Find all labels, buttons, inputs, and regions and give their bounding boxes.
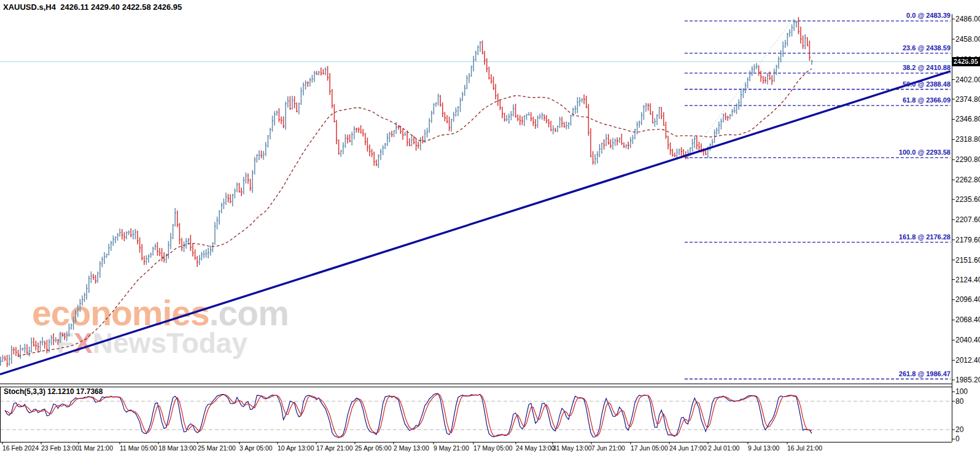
- date-axis-label[interactable]: 17 Apr 21:00: [316, 444, 353, 452]
- date-axis-label[interactable]: 24 Jun 17:00: [669, 444, 707, 452]
- bars-up: [1, 20, 813, 366]
- price-axis-label[interactable]: 2486.00: [955, 15, 980, 23]
- date-axis-label[interactable]: 25 Mar 21:00: [198, 444, 236, 452]
- date-axis-label[interactable]: 17 May 05:00: [473, 444, 513, 452]
- price-axis-label[interactable]: 2124.40: [955, 276, 980, 284]
- date-axis-label[interactable]: 1 Mar 21:00: [79, 444, 113, 452]
- price-axis-label[interactable]: 2040.40: [955, 336, 980, 344]
- fib-level-label: 23.6 @ 2438.59: [903, 44, 951, 52]
- date-axis-label[interactable]: 17 Jun 05:00: [631, 444, 668, 452]
- price-axis-label[interactable]: 1985.20: [955, 376, 980, 384]
- date-axis-label[interactable]: 2 Jul 01:00: [708, 444, 739, 452]
- price-axis-label[interactable]: 2290.80: [955, 155, 980, 164]
- price-axis-label[interactable]: 2068.40: [955, 315, 980, 324]
- price-chart-canvas[interactable]: [0, 0, 980, 456]
- stochastic-label: Stoch(5,3,3) 12.1210 17.7368: [4, 387, 103, 396]
- price-axis-label[interactable]: 2402.00: [955, 75, 980, 84]
- fib-level-label: 161.8 @ 2176.28: [899, 233, 951, 241]
- price-axis-label[interactable]: 2207.60: [955, 215, 980, 224]
- moving-average-line: [18, 69, 812, 357]
- fib-level-label: 50.0 @ 2388.48: [903, 80, 951, 88]
- price-axis-label[interactable]: 2235.60: [955, 195, 980, 204]
- date-axis-label[interactable]: 10 Apr 13:00: [278, 444, 314, 452]
- price-axis-label[interactable]: 2179.60: [955, 236, 980, 244]
- stoch-axis-label[interactable]: 20: [955, 425, 963, 434]
- stoch-axis-label[interactable]: 100: [955, 387, 968, 396]
- price-axis-label[interactable]: 2012.40: [955, 356, 980, 365]
- bars-down: [5, 17, 811, 367]
- fib-level-label: 261.8 @ 1986.47: [899, 370, 951, 377]
- price-axis-label[interactable]: 2318.80: [955, 135, 980, 144]
- price-axis-label[interactable]: 2374.80: [955, 95, 980, 104]
- date-axis-label[interactable]: 16 Jul 21:00: [787, 444, 822, 452]
- price-axis-label[interactable]: 2458.00: [955, 35, 980, 44]
- fib-level-label: 0.0 @ 2483.39: [906, 12, 951, 19]
- fib-level-label: 61.8 @ 2366.09: [903, 96, 951, 104]
- date-axis-label[interactable]: 25 Apr 05:00: [355, 444, 392, 452]
- date-axis-label[interactable]: 11 Mar 05:00: [120, 444, 157, 452]
- price-axis-label[interactable]: 2262.80: [955, 176, 980, 184]
- price-axis-label[interactable]: 2151.60: [955, 256, 980, 265]
- stoch-signal-line: [5, 394, 812, 437]
- axis-ticks: [2, 19, 955, 444]
- date-axis-label[interactable]: 16 Feb 2024: [2, 444, 39, 452]
- date-axis-label[interactable]: 3 Apr 05:00: [239, 444, 273, 452]
- date-axis-label[interactable]: 18 Mar 13:00: [158, 444, 196, 452]
- stoch-axis-label[interactable]: 0: [955, 435, 960, 443]
- date-axis-label[interactable]: 23 Feb 13:00: [41, 444, 79, 452]
- fib-level-label: 38.2 @ 2410.88: [903, 64, 951, 71]
- date-axis-label[interactable]: 7 Jun 21:00: [591, 444, 625, 452]
- price-axis-label[interactable]: 2096.40: [955, 295, 980, 304]
- date-axis-label[interactable]: 9 May 21:00: [434, 444, 469, 452]
- fib-level-label: 100.0 @ 2293.58: [899, 149, 951, 156]
- date-axis-label[interactable]: 24 May 13:00: [516, 444, 555, 452]
- stoch-axis-label[interactable]: 80: [955, 397, 963, 406]
- stoch-main-line: [5, 393, 812, 438]
- date-axis-label[interactable]: 31 May 13:00: [553, 444, 592, 452]
- price-axis-label[interactable]: 2430.00: [955, 55, 980, 64]
- chart-window: XAUUSD.s,H4 2426.11 2429.40 2422.58 2426…: [0, 0, 980, 456]
- date-axis-label[interactable]: 9 Jul 13:00: [748, 444, 779, 452]
- panel-borders: [0, 14, 952, 442]
- fib-level-lines: [685, 21, 951, 379]
- price-axis-label[interactable]: 2346.80: [955, 115, 980, 123]
- date-axis-label[interactable]: 2 May 13:00: [394, 444, 429, 452]
